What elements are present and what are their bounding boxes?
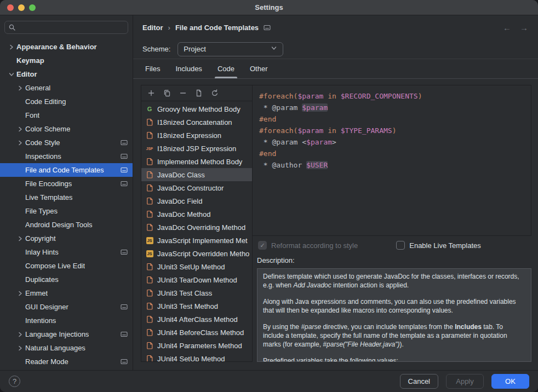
sidebar-item-emmet[interactable]: Emmet	[0, 286, 133, 300]
sidebar-item-inlay-hints[interactable]: Inlay Hints	[0, 245, 133, 259]
copy-template-button[interactable]	[163, 89, 171, 97]
breadcrumb-editor[interactable]: Editor	[142, 24, 163, 32]
template-item-junit4-afterclass-method[interactable]: JUnit4 AfterClass Method	[141, 313, 252, 326]
sidebar-item-live-templates[interactable]: Live Templates	[0, 191, 133, 204]
template-item-i18nized-concatenation[interactable]: I18nized Concatenation	[141, 116, 252, 129]
template-item-javascript-implemented-met[interactable]: JSJavaScript Implemented Met	[141, 234, 252, 247]
sidebar-item-label: Language Injections	[25, 330, 89, 338]
sidebar-item-gui-designer[interactable]: GUI Designer	[0, 300, 133, 314]
sidebar-item-font[interactable]: Font	[0, 108, 133, 122]
chevron-down-icon[interactable]	[7, 70, 16, 79]
settings-main: Editor › File and Code Templates ← → Sch…	[133, 15, 538, 370]
help-button[interactable]: ?	[9, 376, 20, 387]
sidebar-item-label: Color Scheme	[25, 125, 70, 133]
template-file-icon	[145, 302, 154, 310]
template-item-i18nized-jsp-expression[interactable]: JSPI18nized JSP Expression	[141, 142, 252, 155]
sidebar-item-android-design-tools[interactable]: Android Design Tools	[0, 218, 133, 232]
template-item-javadoc-method[interactable]: JavaDoc Method	[141, 207, 252, 221]
code-line: #end	[259, 148, 524, 159]
chevron-right-icon[interactable]	[15, 234, 25, 243]
chevron-right-icon[interactable]	[7, 43, 16, 51]
code-line: #end	[259, 113, 524, 125]
tab-other[interactable]: Other	[242, 59, 276, 78]
external-page-icon	[121, 331, 128, 337]
template-item-junit3-test-class[interactable]: JUnit3 Test Class	[141, 286, 252, 299]
sidebar-item-editor[interactable]: Editor	[0, 67, 133, 81]
forward-arrow-button[interactable]: →	[520, 23, 528, 32]
remove-template-button[interactable]	[179, 89, 187, 97]
settings-body: Appearance & BehaviorKeymapEditorGeneral…	[0, 15, 538, 370]
template-item-label: JavaDoc Method	[157, 210, 211, 218]
template-item-junit3-test-method[interactable]: JUnit3 Test Method	[141, 299, 252, 313]
tab-includes[interactable]: Includes	[168, 59, 209, 78]
template-code-editor[interactable]: #foreach($param in $RECORD_COMPONENTS) *…	[253, 85, 531, 236]
chevron-right-icon[interactable]	[15, 330, 25, 339]
search-input[interactable]	[19, 24, 124, 31]
sidebar-item-general[interactable]: General	[0, 81, 133, 95]
sidebar-item-language-injections[interactable]: Language Injections	[0, 327, 133, 341]
chevron-right-icon[interactable]	[15, 344, 25, 353]
sidebar-item-inspections[interactable]: Inspections	[0, 149, 133, 163]
sidebar-item-file-types[interactable]: File Types	[0, 204, 133, 218]
template-item-junit3-teardown-method[interactable]: JUnit3 TearDown Method	[141, 273, 252, 286]
chevron-right-icon[interactable]	[15, 139, 25, 147]
duplicate-template-button[interactable]	[194, 89, 203, 97]
template-item-junit4-beforeclass-method[interactable]: JUnit4 BeforeClass Method	[141, 326, 252, 339]
sidebar-item-duplicates[interactable]: Duplicates	[0, 273, 133, 286]
settings-sidebar: Appearance & BehaviorKeymapEditorGeneral…	[0, 15, 133, 370]
sidebar-item-file-and-code-templates[interactable]: File and Code Templates	[0, 163, 133, 177]
template-item-javascript-overridden-metho[interactable]: JSJavaScript Overridden Metho	[141, 247, 252, 260]
settings-search-box[interactable]	[4, 21, 128, 34]
template-editor-column: #foreach($param in $RECORD_COMPONENTS) *…	[253, 85, 531, 362]
minimize-window-button[interactable]	[18, 4, 25, 11]
description-box[interactable]: Defines template which used to generate …	[257, 268, 531, 362]
sidebar-item-reader-mode[interactable]: Reader Mode	[0, 355, 133, 368]
traffic-lights	[7, 0, 36, 15]
reset-template-button[interactable]	[210, 89, 219, 97]
sidebar-item-label: Live Templates	[25, 193, 72, 201]
ok-button[interactable]: OK	[491, 374, 529, 389]
template-item-javadoc-overriding-method[interactable]: JavaDoc Overriding Method	[141, 221, 252, 234]
settings-tree: Appearance & BehaviorKeymapEditorGeneral…	[0, 40, 133, 370]
template-item-junit4-parameters-method[interactable]: JUnit4 Parameters Method	[141, 339, 252, 352]
chevron-right-icon[interactable]	[15, 84, 25, 93]
sidebar-item-file-encodings[interactable]: File Encodings	[0, 177, 133, 191]
chevron-right-icon[interactable]	[15, 289, 25, 298]
template-item-label: JavaDoc Overriding Method	[157, 223, 245, 232]
template-item-junit4-setup-method[interactable]: JUnit4 SetUp Method	[141, 352, 252, 361]
tab-code[interactable]: Code	[210, 59, 242, 78]
template-item-junit3-setup-method[interactable]: JUnit3 SetUp Method	[141, 260, 252, 273]
apply-button[interactable]: Apply	[446, 374, 484, 389]
template-item-javadoc-constructor[interactable]: JavaDoc Constructor	[141, 181, 252, 194]
sidebar-item-appearance-behavior[interactable]: Appearance & Behavior	[0, 40, 133, 54]
tab-files[interactable]: Files	[138, 59, 168, 78]
sidebar-item-copyright[interactable]: Copyright	[0, 232, 133, 245]
live-templates-checkbox[interactable]	[396, 241, 405, 250]
zoom-window-button[interactable]	[29, 4, 36, 11]
sidebar-item-code-style[interactable]: Code Style	[0, 136, 133, 149]
template-item-groovy-new-method-body[interactable]: GGroovy New Method Body	[141, 102, 252, 116]
template-item-i18nized-expression[interactable]: I18nized Expression	[141, 129, 252, 142]
add-template-button[interactable]	[147, 89, 156, 97]
template-item-javadoc-field[interactable]: JavaDoc Field	[141, 194, 252, 207]
sidebar-item-code-editing[interactable]: Code Editing	[0, 95, 133, 108]
sidebar-item-color-scheme[interactable]: Color Scheme	[0, 122, 133, 136]
scheme-dropdown[interactable]: Project	[178, 42, 283, 56]
sidebar-item-intentions[interactable]: Intentions	[0, 314, 133, 327]
scheme-row: Scheme: Project	[133, 39, 538, 59]
close-window-button[interactable]	[7, 4, 14, 11]
template-item-implemented-method-body[interactable]: Implemented Method Body	[141, 155, 252, 168]
template-item-javadoc-class[interactable]: JavaDoc Class	[141, 168, 252, 181]
sidebar-item-natural-languages[interactable]: Natural Languages	[0, 341, 133, 355]
cancel-button[interactable]: Cancel	[400, 374, 438, 389]
breadcrumb: Editor › File and Code Templates	[142, 24, 271, 32]
sidebar-item-compose-live-edit[interactable]: Compose Live Edit	[0, 259, 133, 273]
external-page-icon	[121, 249, 128, 255]
sidebar-item-keymap[interactable]: Keymap	[0, 54, 133, 67]
chevron-right-icon[interactable]	[15, 125, 25, 134]
live-templates-option[interactable]: Enable Live Templates	[396, 241, 481, 250]
template-file-icon	[145, 355, 154, 361]
sidebar-item-label: File Encodings	[25, 180, 72, 188]
template-item-label: JUnit3 Test Method	[157, 302, 218, 310]
back-arrow-button[interactable]: ←	[503, 23, 511, 32]
